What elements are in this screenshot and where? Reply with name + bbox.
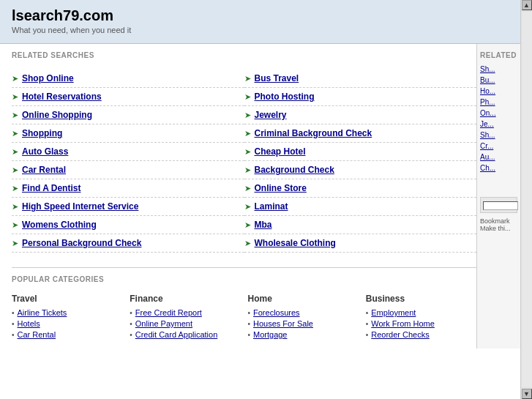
- search-link[interactable]: Car Rental: [22, 165, 66, 175]
- category-link[interactable]: Foreclosures: [253, 308, 300, 317]
- arrow-icon: ➤: [244, 184, 251, 193]
- list-item: ➤ Mba: [244, 216, 477, 234]
- list-item: ➤ Wholesale Clothing: [244, 234, 477, 253]
- category-link[interactable]: Free Credit Report: [135, 308, 202, 317]
- sidebar-link[interactable]: Ph...: [480, 98, 517, 106]
- search-link[interactable]: Criminal Background Check: [255, 128, 372, 138]
- search-link[interactable]: Personal Background Check: [22, 238, 141, 248]
- list-item: ➤ Cheap Hotel: [244, 143, 477, 161]
- list-item: ➤ Shopping: [12, 124, 244, 143]
- search-link[interactable]: Wholesale Clothing: [255, 238, 336, 248]
- list-item: ➤ Find A Dentist: [12, 179, 244, 198]
- arrow-icon: ➤: [12, 220, 18, 230]
- list-item: ➤ High Speed Internet Service: [12, 198, 244, 216]
- category-travel: Travel Airline Tickets Hotels Car Rental: [12, 294, 122, 341]
- search-link[interactable]: Hotel Reservations: [22, 92, 102, 102]
- sidebar-link[interactable]: Je...: [480, 120, 517, 128]
- right-sidebar: RELATED Sh... Bu... Ho... Ph... On... Je…: [476, 44, 520, 348]
- arrow-icon: ➤: [12, 147, 18, 157]
- search-link[interactable]: Jewelry: [255, 110, 287, 120]
- sidebar-link[interactable]: On...: [480, 109, 517, 117]
- sidebar-label: RELATED: [480, 51, 517, 59]
- arrow-icon: ➤: [244, 129, 251, 138]
- category-title: Finance: [130, 294, 240, 304]
- search-link[interactable]: Laminat: [255, 201, 288, 212]
- bookmark-text: Bookmark Make thi...: [480, 217, 517, 232]
- list-item: ➤ Personal Background Check: [12, 234, 244, 253]
- list-item: ➤ Laminat: [244, 198, 477, 216]
- related-searches-label: RELATED SEARCHES: [12, 51, 476, 62]
- sidebar-link[interactable]: Au...: [480, 153, 517, 161]
- list-item: ➤ Auto Glass: [12, 143, 244, 161]
- list-item: ➤ Jewelry: [244, 106, 477, 124]
- right-column: ➤ Bus Travel ➤ Photo Hosting ➤ Jewelry: [244, 70, 477, 253]
- sidebar-link[interactable]: Bu...: [480, 76, 517, 84]
- search-link[interactable]: High Speed Internet Service: [22, 201, 138, 212]
- scrollbar[interactable]: ▲ ▼: [520, 0, 532, 399]
- arrow-icon: ➤: [244, 239, 251, 248]
- category-link[interactable]: Houses For Sale: [253, 319, 313, 328]
- category-title: Home: [248, 294, 359, 304]
- list-item: ➤ Photo Hosting: [244, 88, 477, 106]
- arrow-icon: ➤: [244, 165, 251, 175]
- arrow-icon: ➤: [244, 147, 251, 157]
- category-link[interactable]: Hotels: [18, 319, 40, 328]
- search-link[interactable]: Online Shopping: [22, 110, 92, 120]
- search-link[interactable]: Background Check: [255, 165, 334, 175]
- list-item: ➤ Hotel Reservations: [12, 88, 244, 106]
- list-item: ➤ Car Rental: [12, 161, 244, 179]
- arrow-icon: ➤: [12, 165, 18, 175]
- category-link[interactable]: Airline Tickets: [18, 308, 67, 317]
- sidebar-input[interactable]: [483, 201, 518, 210]
- popular-categories-label: POPULAR CATEGORIES: [12, 275, 476, 286]
- category-link[interactable]: Work From Home: [371, 319, 435, 328]
- category-link[interactable]: Employment: [371, 308, 416, 317]
- categories-grid: Travel Airline Tickets Hotels Car Rental…: [12, 294, 476, 341]
- search-link[interactable]: Auto Glass: [22, 146, 68, 157]
- list-item: ➤ Bus Travel: [244, 70, 477, 88]
- category-link[interactable]: Online Payment: [135, 319, 192, 328]
- arrow-icon: ➤: [244, 220, 251, 230]
- site-header: lsearch79.com What you need, when you ne…: [0, 0, 520, 44]
- category-link[interactable]: Credit Card Application: [135, 330, 218, 339]
- arrow-icon: ➤: [12, 129, 18, 138]
- category-finance: Finance Free Credit Report Online Paymen…: [130, 294, 240, 341]
- site-subtitle: What you need, when you need it: [12, 26, 509, 34]
- sidebar-link[interactable]: Sh...: [480, 131, 517, 139]
- list-item: ➤ Online Store: [244, 179, 477, 198]
- list-item: ➤ Online Shopping: [12, 106, 244, 124]
- arrow-icon: ➤: [12, 74, 18, 83]
- category-link[interactable]: Mortgage: [253, 330, 287, 339]
- site-title: lsearch79.com: [12, 7, 509, 24]
- sidebar-link[interactable]: Cr...: [480, 142, 517, 150]
- search-link[interactable]: Shopping: [22, 128, 62, 138]
- search-link[interactable]: Photo Hosting: [255, 92, 315, 102]
- category-link[interactable]: Car Rental: [18, 330, 56, 339]
- category-link[interactable]: Reorder Checks: [371, 330, 429, 339]
- related-searches-grid: ➤ Shop Online ➤ Hotel Reservations ➤ Onl…: [12, 70, 476, 253]
- arrow-icon: ➤: [12, 111, 18, 120]
- sidebar-link[interactable]: Ho...: [480, 87, 517, 95]
- arrow-icon: ➤: [12, 184, 18, 193]
- search-link[interactable]: Bus Travel: [255, 73, 299, 83]
- search-link[interactable]: Find A Dentist: [22, 183, 80, 193]
- search-link[interactable]: Online Store: [255, 183, 307, 193]
- arrow-icon: ➤: [244, 202, 251, 212]
- list-item: ➤ Criminal Background Check: [244, 124, 477, 143]
- list-item: ➤ Womens Clothing: [12, 216, 244, 234]
- sidebar-link[interactable]: Sh...: [480, 65, 517, 73]
- sidebar-link[interactable]: Ch...: [480, 164, 517, 172]
- search-link[interactable]: Shop Online: [22, 73, 74, 83]
- list-item: ➤ Shop Online: [12, 70, 244, 88]
- search-link[interactable]: Womens Clothing: [22, 220, 97, 230]
- arrow-icon: ➤: [244, 74, 251, 83]
- scroll-down-button[interactable]: ▼: [522, 389, 532, 399]
- search-link[interactable]: Cheap Hotel: [255, 146, 306, 157]
- arrow-icon: ➤: [12, 92, 18, 102]
- category-home: Home Foreclosures Houses For Sale Mortga…: [248, 294, 359, 341]
- arrow-icon: ➤: [244, 92, 251, 102]
- search-link[interactable]: Mba: [255, 220, 272, 230]
- arrow-icon: ➤: [244, 111, 251, 120]
- scroll-up-button[interactable]: ▲: [522, 0, 532, 10]
- arrow-icon: ➤: [12, 202, 18, 212]
